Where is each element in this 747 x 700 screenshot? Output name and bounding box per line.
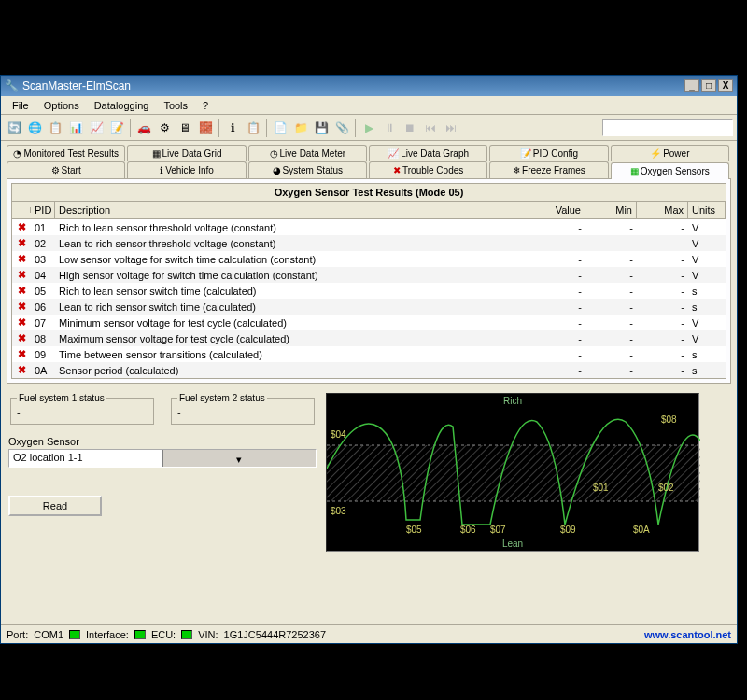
toolbar-icon-8[interactable]: ⚙ bbox=[155, 119, 174, 137]
toolbar-icon-4[interactable]: 📊 bbox=[66, 119, 85, 137]
cell-desc: Low sensor voltage for switch time calcu… bbox=[55, 252, 529, 267]
table-row[interactable]: ✖03Low sensor voltage for switch time ca… bbox=[12, 251, 726, 267]
menu-datalogging[interactable]: Datalogging bbox=[87, 98, 157, 113]
cell-max: - bbox=[637, 347, 688, 362]
titlebar[interactable]: 🔧 ScanMaster-ElmScan _ □ X bbox=[1, 76, 737, 96]
toolbar-icon-12[interactable]: 📋 bbox=[244, 119, 262, 137]
fs1-value: - bbox=[17, 407, 148, 418]
tab-system[interactable]: ◕System Status bbox=[248, 161, 367, 178]
toolbar-icon-16[interactable]: 📎 bbox=[332, 119, 351, 137]
toolbar-icon-13[interactable]: 📄 bbox=[271, 119, 289, 137]
cell-value: - bbox=[529, 220, 585, 235]
toolbar-icon-6[interactable]: 📝 bbox=[107, 119, 126, 137]
cell-min: - bbox=[585, 236, 637, 251]
tab-oxygen[interactable]: ▦Oxygen Sensors bbox=[611, 162, 729, 179]
table-row[interactable]: ✖06Lean to rich sensor switch time (calc… bbox=[12, 299, 726, 315]
fs2-label: Fuel system 2 status bbox=[177, 393, 267, 403]
main-window: 🔧 ScanMaster-ElmScan _ □ X File Options … bbox=[0, 75, 738, 644]
o2-select[interactable]: O2 location 1-1 ▾ bbox=[8, 449, 317, 468]
col-units[interactable]: Units bbox=[688, 202, 726, 218]
table-row[interactable]: ✖04High sensor voltage for switch time c… bbox=[12, 267, 726, 283]
cell-value: - bbox=[529, 315, 585, 330]
toolbar-stop-icon[interactable]: ⏹ bbox=[401, 119, 419, 137]
cell-max: - bbox=[637, 236, 688, 251]
cell-max: - bbox=[637, 252, 688, 267]
col-max[interactable]: Max bbox=[637, 202, 688, 218]
tab-livegraph[interactable]: 📈Live Data Graph bbox=[369, 145, 487, 161]
toolbar-play-icon[interactable]: ▶ bbox=[359, 119, 378, 137]
sb-url[interactable]: www.scantool.net bbox=[644, 629, 731, 640]
toolbar-icon-7[interactable]: 🚗 bbox=[134, 119, 153, 137]
cell-desc: Rich to lean sensor threshold voltage (c… bbox=[55, 220, 529, 235]
status-icon: ✖ bbox=[12, 330, 31, 346]
tab-livegrid[interactable]: ▦Live Data Grid bbox=[127, 145, 246, 161]
tab-vehicle[interactable]: ℹVehicle Info bbox=[127, 161, 246, 178]
menu-tools[interactable]: Tools bbox=[156, 98, 195, 113]
toolbar-icon-3[interactable]: 📋 bbox=[46, 119, 64, 137]
tab-freeze[interactable]: ❄Freeze Frames bbox=[489, 161, 608, 178]
lower-panel: Fuel system 1 status - Fuel system 2 sta… bbox=[1, 384, 737, 555]
graph-lbl-09: $09 bbox=[560, 525, 576, 535]
tab-monitored[interactable]: ◔Monitored Test Results bbox=[7, 145, 125, 161]
col-pid[interactable]: PID bbox=[31, 202, 55, 218]
tab-pidconfig[interactable]: 📝PID Config bbox=[489, 145, 608, 161]
table-row[interactable]: ✖05Rich to lean sensor switch time (calc… bbox=[12, 283, 726, 299]
tab-livemeter[interactable]: ◷Live Data Meter bbox=[248, 145, 367, 161]
cell-units: V bbox=[688, 315, 726, 330]
toolbar-icon-2[interactable]: 🌐 bbox=[25, 119, 44, 137]
toolbar-icon-10[interactable]: 🧱 bbox=[196, 119, 215, 137]
tab-start[interactable]: ⚙Start bbox=[7, 161, 125, 178]
cell-value: - bbox=[529, 268, 585, 283]
toolbar-icon-14[interactable]: 📁 bbox=[291, 119, 310, 137]
toolbar-icon-1[interactable]: 🔄 bbox=[5, 119, 23, 137]
fs1-label: Fuel system 1 status bbox=[17, 393, 106, 403]
menu-file[interactable]: File bbox=[5, 98, 36, 113]
tab-power[interactable]: ⚡Power bbox=[611, 145, 729, 161]
cell-max: - bbox=[637, 300, 688, 315]
graph-lbl-0A: $0A bbox=[633, 525, 650, 535]
table-row[interactable]: ✖02Lean to rich sensor threshold voltage… bbox=[12, 235, 726, 251]
status-icon: ✖ bbox=[12, 346, 31, 362]
cell-desc: Rich to lean sensor switch time (calcula… bbox=[55, 284, 529, 299]
tab-trouble[interactable]: ✖Trouble Codes bbox=[369, 161, 487, 178]
col-min[interactable]: Min bbox=[585, 202, 637, 218]
window-title: ScanMaster-ElmScan bbox=[22, 79, 131, 92]
col-status[interactable] bbox=[12, 207, 31, 213]
cell-units: V bbox=[688, 236, 726, 251]
toolbar-icon-15[interactable]: 💾 bbox=[312, 119, 331, 137]
col-value[interactable]: Value bbox=[529, 202, 585, 218]
toolbar-pause-icon[interactable]: ⏸ bbox=[380, 119, 399, 137]
toolbar-icon-5[interactable]: 📈 bbox=[87, 119, 106, 137]
toolbar-info-icon[interactable]: ℹ bbox=[223, 119, 242, 137]
table-row[interactable]: ✖07Minimum sensor voltage for test cycle… bbox=[12, 315, 726, 330]
cell-pid: 08 bbox=[31, 331, 55, 346]
o2-graph: Rich Lean $04 $03 $05 $06 $07 $08 $09 $0… bbox=[326, 393, 699, 552]
col-desc[interactable]: Description bbox=[55, 202, 529, 218]
cell-units: V bbox=[688, 331, 726, 346]
status-icon: ✖ bbox=[12, 251, 31, 267]
table-row[interactable]: ✖01Rich to lean sensor threshold voltage… bbox=[12, 219, 726, 235]
grid-header: PID Description Value Min Max Units bbox=[12, 202, 726, 219]
tab-row-1: ◔Monitored Test Results ▦Live Data Grid … bbox=[1, 141, 737, 161]
cell-min: - bbox=[585, 300, 637, 315]
graph-lbl-03: $03 bbox=[331, 506, 346, 516]
table-row[interactable]: ✖09Time between sensor transitions (calc… bbox=[12, 346, 726, 362]
menu-options[interactable]: Options bbox=[36, 98, 87, 113]
cell-max: - bbox=[637, 220, 688, 235]
toolbar-search[interactable] bbox=[602, 119, 733, 136]
cell-min: - bbox=[585, 252, 637, 267]
minimize-button[interactable]: _ bbox=[684, 79, 699, 92]
maximize-button[interactable]: □ bbox=[701, 79, 716, 92]
cell-units: s bbox=[688, 363, 726, 378]
read-button[interactable]: Read bbox=[8, 496, 102, 516]
toolbar-sep bbox=[130, 119, 131, 137]
toolbar-next-icon[interactable]: ⏭ bbox=[442, 119, 460, 137]
table-row[interactable]: ✖08Maximum sensor voltage for test cycle… bbox=[12, 330, 726, 346]
close-button[interactable]: X bbox=[718, 79, 733, 92]
toolbar-icon-9[interactable]: 🖥 bbox=[176, 119, 194, 137]
menu-help[interactable]: ? bbox=[195, 98, 216, 113]
table-row[interactable]: ✖0ASensor period (calculated)---s bbox=[12, 362, 726, 378]
dropdown-icon[interactable]: ▾ bbox=[162, 450, 317, 467]
cell-max: - bbox=[637, 315, 688, 330]
toolbar-prev-icon[interactable]: ⏮ bbox=[421, 119, 440, 137]
